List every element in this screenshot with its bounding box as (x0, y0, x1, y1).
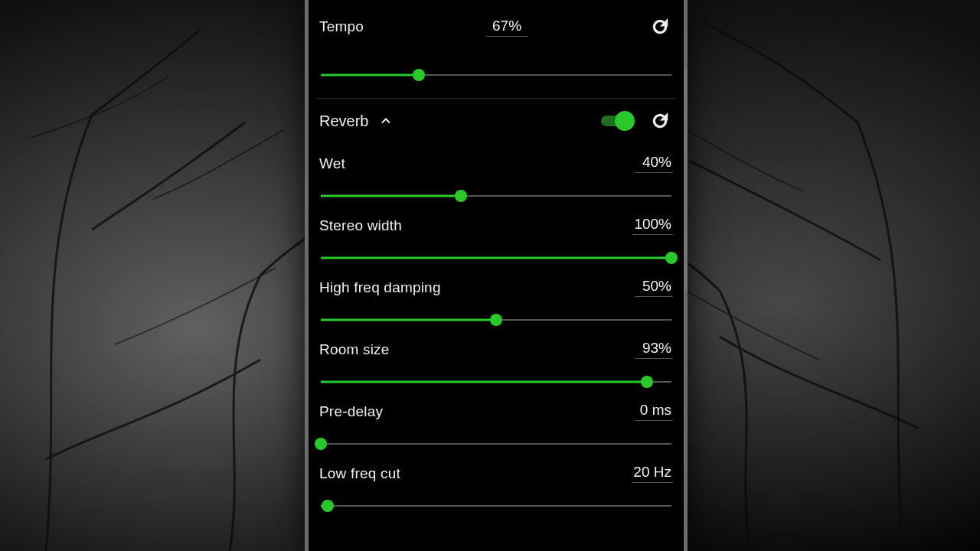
reverb-hf_damping-block: High freq damping50% (316, 278, 676, 326)
reverb-pre_delay-block: Pre-delay0 ms (316, 402, 676, 450)
reverb-room_size-value[interactable]: 93% (635, 340, 673, 359)
reverb-low_freq_cut-block: Low freq cut20 Hz (316, 464, 676, 512)
reverb-pre_delay-label: Pre-delay (319, 403, 383, 420)
reverb-params: Wet40%Stereo width100%High freq damping5… (316, 154, 676, 512)
reverb-stereo_width-slider-thumb[interactable] (665, 252, 678, 264)
tempo-block: Tempo 67% (316, 0, 676, 81)
reverb-room_size-label: Room size (319, 341, 390, 358)
reverb-hf_damping-slider-thumb[interactable] (490, 314, 502, 326)
settings-panel: Tempo 67% Reverb (316, 0, 676, 551)
reverb-wet-value[interactable]: 40% (635, 154, 673, 173)
reverb-hf_damping-slider[interactable] (321, 314, 671, 326)
reverb-collapse-button[interactable] (376, 111, 396, 131)
reverb-pre_delay-value[interactable]: 0 ms (635, 402, 673, 421)
reverb-title: Reverb (319, 112, 368, 130)
chevron-up-icon (378, 113, 394, 129)
reverb-stereo_width-label: Stereo width (319, 217, 402, 234)
reverb-room_size-slider[interactable] (321, 376, 671, 388)
reverb-wet-block: Wet40% (316, 154, 676, 202)
reverb-stereo_width-slider[interactable] (321, 252, 671, 264)
reverb-low_freq_cut-slider[interactable] (321, 500, 671, 512)
reverb-low_freq_cut-value[interactable]: 20 Hz (632, 464, 673, 483)
scrollbar[interactable] (684, 69, 687, 291)
reverb-wet-slider-thumb[interactable] (455, 190, 467, 202)
reverb-toggle[interactable] (599, 110, 633, 132)
reverb-stereo_width-block: Stereo width100% (316, 216, 676, 264)
reverb-stereo_width-value[interactable]: 100% (632, 216, 673, 235)
phone-frame: Tempo 67% Reverb (305, 0, 688, 551)
reverb-header: Reverb (316, 108, 676, 134)
reverb-pre_delay-slider-thumb[interactable] (315, 438, 327, 450)
reverb-wet-slider[interactable] (321, 190, 671, 202)
reverb-wet-label: Wet (319, 155, 345, 172)
reverb-pre_delay-slider[interactable] (321, 438, 671, 450)
refresh-icon (650, 111, 670, 131)
reverb-reset-button[interactable] (647, 108, 673, 134)
reverb-low_freq_cut-label: Low freq cut (319, 465, 400, 482)
tempo-reset-button[interactable] (647, 14, 673, 40)
tempo-label: Tempo (319, 18, 364, 35)
reverb-room_size-slider-thumb[interactable] (641, 376, 653, 388)
reverb-hf_damping-value[interactable]: 50% (635, 278, 673, 297)
tempo-slider[interactable] (321, 69, 671, 81)
reverb-room_size-block: Room size93% (316, 340, 676, 388)
tempo-slider-thumb[interactable] (413, 69, 425, 81)
reverb-low_freq_cut-slider-thumb[interactable] (322, 500, 334, 512)
section-divider (316, 98, 676, 99)
refresh-icon (650, 17, 670, 37)
tempo-value[interactable]: 67% (486, 18, 528, 37)
reverb-hf_damping-label: High freq damping (319, 279, 441, 296)
